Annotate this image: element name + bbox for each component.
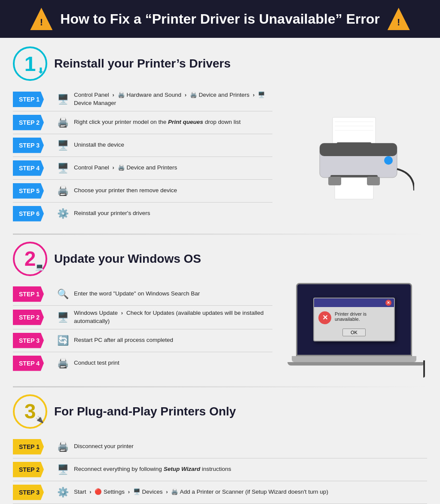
monitor-icon: 🖥️: [57, 163, 69, 174]
section-3-num: 3 🔌: [13, 394, 47, 429]
section-1-header: 1 ⬇ Reinstall your Printer’s Drivers: [13, 46, 427, 81]
section-2-steps: STEP 1 🔍 Enter the word "Update" on Wind…: [13, 283, 272, 378]
step-badge: STEP 4: [13, 356, 52, 371]
step-label: STEP 2: [13, 310, 44, 325]
table-row: STEP 5 🖨️ Choose your printer then remov…: [13, 180, 272, 203]
error-message: Printer driver is unavailable.: [335, 311, 390, 322]
step-label: STEP 2: [13, 115, 44, 130]
step-text: Uninstall the device: [74, 141, 272, 149]
search-icon: 🔍: [57, 289, 69, 300]
step-text: Reinstall your printer's drivers: [74, 209, 272, 218]
step-badge: STEP 2: [13, 115, 52, 130]
svg-rect-10: [328, 177, 341, 185]
step-text: Right click your printer model on the Pr…: [74, 118, 272, 126]
laptop-image: ✕ ✕ Printer driver is unavailable. OK: [281, 283, 427, 378]
step-label: STEP 3: [13, 485, 44, 500]
section-1-num: 1 ⬇: [13, 46, 47, 81]
step-label: STEP 1: [13, 92, 44, 107]
step-badge: STEP 5: [13, 183, 52, 199]
error-ok-button[interactable]: OK: [342, 329, 366, 336]
step-text: Enter the word "Update" on Windows Searc…: [74, 290, 272, 298]
table-row: STEP 2 🖥️ Reconnect everything by follow…: [13, 458, 427, 481]
step-label: STEP 3: [13, 138, 44, 153]
section-2-title: Update your Windows OS: [54, 252, 201, 266]
section-2: 2 💻 Update your Windows OS STEP 1 🔍 Ente…: [13, 242, 427, 378]
warning-icon-right: [388, 8, 410, 30]
printer-icon: 🖨️: [57, 358, 69, 369]
step-badge: STEP 3: [13, 138, 52, 153]
printer-icon: 🖨️: [57, 185, 69, 197]
step-badge: STEP 4: [13, 160, 52, 176]
step-text: Choose your printer then remove device: [74, 187, 272, 195]
step-badge: STEP 6: [13, 206, 52, 221]
step-badge: STEP 2: [13, 462, 52, 477]
step-label: STEP 1: [13, 439, 44, 455]
page-header: How to Fix a “Printer Driver is Unavaila…: [0, 0, 440, 38]
main-content: 1 ⬇ Reinstall your Printer’s Drivers STE…: [0, 38, 440, 504]
table-row: STEP 1 🖨️ Disconnect your printer: [13, 436, 427, 458]
step-label: STEP 1: [13, 286, 44, 302]
step-badge: STEP 1: [13, 92, 52, 107]
step-text: Disconnect your printer: [74, 443, 427, 451]
table-row: STEP 2 🖨️ Right click your printer model…: [13, 111, 272, 134]
download-icon: ⬇: [37, 66, 44, 76]
step-text: Control Panel › 🖨️ Device and Printers: [74, 164, 272, 172]
step-label: STEP 6: [13, 206, 44, 221]
table-row: STEP 4 🖨️ Conduct test print: [13, 352, 272, 375]
step-text: Reconnect everything by following Setup …: [74, 465, 427, 473]
printer-svg: [294, 104, 414, 208]
printer-icon: 🖨️: [57, 441, 69, 452]
section-1-body: STEP 1 🖥️ Control Panel › 🖨️ Hardware an…: [13, 88, 427, 225]
table-row: STEP 3 ⚙️ Start › 🔴 Settings › 🖥️ Device…: [13, 481, 427, 504]
table-row: STEP 1 🔍 Enter the word "Update" on Wind…: [13, 283, 272, 306]
step-badge: STEP 1: [13, 439, 52, 455]
table-row: STEP 3 🖥️ Uninstall the device: [13, 134, 272, 157]
step-text: Start › 🔴 Settings › 🖥️ Devices › 🖨️ Add…: [74, 488, 427, 496]
step-label: STEP 4: [13, 356, 44, 371]
step-text: Restart PC after all process completed: [74, 336, 272, 344]
restart-icon: 🔄: [57, 335, 69, 346]
table-row: STEP 4 🖥️ Control Panel › 🖨️ Device and …: [13, 157, 272, 180]
section-3-body: STEP 1 🖨️ Disconnect your printer STEP 2…: [13, 436, 427, 504]
step-label: STEP 4: [13, 160, 44, 176]
step-badge: STEP 2: [13, 310, 52, 325]
monitor-icon: 🖥️: [57, 464, 69, 475]
page-title: How to Fix a “Printer Driver is Unavaila…: [60, 11, 379, 27]
section-2-header: 2 💻 Update your Windows OS: [13, 242, 427, 276]
section-1-steps: STEP 1 🖥️ Control Panel › 🖨️ Hardware an…: [13, 88, 272, 225]
monitor-icon: 🖥️: [57, 140, 69, 151]
section-1: 1 ⬇ Reinstall your Printer’s Drivers STE…: [13, 46, 427, 225]
section-2-body: STEP 1 🔍 Enter the word "Update" on Wind…: [13, 283, 427, 378]
table-row: STEP 2 🖥️ Windows Update › Check for Upd…: [13, 306, 272, 329]
close-icon[interactable]: ✕: [385, 300, 391, 306]
step-label: STEP 5: [13, 183, 44, 199]
step-text: Conduct test print: [74, 359, 272, 367]
section-3-steps: STEP 1 🖨️ Disconnect your printer STEP 2…: [13, 436, 427, 504]
plug-icon: 🔌: [35, 415, 44, 424]
svg-rect-9: [320, 143, 397, 156]
computer-icon: 💻: [35, 263, 44, 271]
step-text: Control Panel › 🖨️ Hardware and Sound › …: [74, 91, 272, 108]
section-2-num: 2 💻: [13, 242, 47, 276]
step-label: STEP 2: [13, 462, 44, 477]
monitor-icon: 🖥️: [57, 312, 69, 323]
section-3: 3 🔌 For Plug-and-Play Printers Only STEP…: [13, 394, 427, 504]
error-icon: ✕: [318, 311, 331, 324]
section-3-title: For Plug-and-Play Printers Only: [54, 405, 236, 418]
settings-icon: ⚙️: [57, 487, 69, 498]
warning-icon-left: [30, 8, 52, 30]
table-row: STEP 6 ⚙️ Reinstall your printer's drive…: [13, 203, 272, 225]
section-1-title: Reinstall your Printer’s Drivers: [54, 57, 231, 71]
step-text: Windows Update › Check for Updates (avai…: [74, 309, 272, 326]
monitor-icon: 🖥️: [57, 94, 69, 105]
table-row: STEP 1 🖥️ Control Panel › 🖨️ Hardware an…: [13, 88, 272, 111]
printer-image: [281, 88, 427, 225]
svg-point-8: [384, 156, 393, 165]
step-badge: STEP 3: [13, 333, 52, 348]
printer-icon: 🖨️: [57, 117, 69, 128]
settings-icon: ⚙️: [57, 208, 69, 219]
step-badge: STEP 3: [13, 485, 52, 500]
svg-rect-11: [367, 177, 380, 185]
section-3-header: 3 🔌 For Plug-and-Play Printers Only: [13, 394, 427, 429]
step-label: STEP 3: [13, 333, 44, 348]
